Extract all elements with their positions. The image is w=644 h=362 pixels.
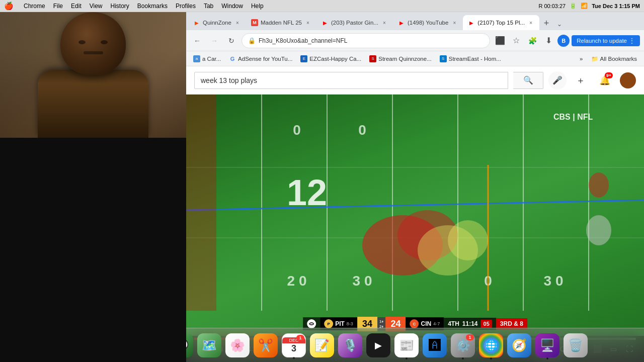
apple-menu[interactable]: 🍎 [4,2,14,11]
tab-quinnzone[interactable]: ▶ QuinnZone × [188,15,246,30]
screenshare-icon[interactable]: ⬛ [493,34,507,48]
tab-menu[interactable]: Tab [204,3,213,10]
bookmark-adsense[interactable]: G AdSense for YouTu... [226,54,295,63]
dock-appstore[interactable]: 🅰 [423,333,447,357]
bookmark-adsense-favicon: G [229,55,236,62]
profile-button[interactable]: B [557,35,570,47]
window-menu[interactable]: Window [221,3,243,10]
calendar-day: 3 [291,344,296,353]
forward-button[interactable]: → [207,34,221,48]
bookmarks-bar: a a Car... G AdSense for YouTu... E EZCa… [186,51,644,66]
tab-madden-close[interactable]: × [304,19,311,26]
tab-bar: ▶ QuinnZone × M Madden NFL 25 × ▶ (203) … [186,12,644,30]
pit-logo: P [324,319,333,328]
profiles-menu[interactable]: Profiles [176,3,196,10]
youtube-search-input[interactable] [194,72,508,89]
bookmark-streameast-label: StreamEast - Hom... [449,56,501,62]
news-dot [406,357,408,359]
dock-chrome[interactable]: 🌐 [479,333,503,357]
bookmarks-menu[interactable]: Bookmarks [137,3,168,10]
photos-icon: 🌸 [230,338,245,352]
tab-quinnzone-label: QuinnZone [203,20,231,26]
help-menu[interactable]: Help [251,3,264,10]
folder-icon: 📁 [591,55,598,62]
extension-icon[interactable]: 🧩 [525,34,539,48]
tab-youtube2[interactable]: ▶ (2107) Top 15 Pl... × [463,15,539,30]
settings-badge: 1 [466,334,474,340]
bookmark-ezcast-label: EZCast-Happy Ca... [309,56,361,62]
menu-datetime: Tue Dec 3 1:15 PM [592,3,640,9]
webcam-overlay [0,12,186,362]
dock-screenshare[interactable]: 🖥️ [535,333,559,357]
chrome-menu[interactable]: Chrome [24,3,45,10]
webcam-feed [0,12,186,138]
tab-youtube2-favicon: ▶ [468,19,475,26]
more-bookmarks-button[interactable]: » [577,55,586,63]
nav-actions: ⬛ ☆ 🧩 ⬇ B Relaunch to update ⋮ [493,34,640,48]
tab-pastor-favicon: ▶ [321,19,329,26]
screenshare-dock-icon: 🖥️ [540,338,555,352]
all-bookmarks-button[interactable]: 📁 All Bookmarks [588,54,640,63]
youtube-mic-button[interactable]: 🎤 [548,71,567,89]
screenshare-dot [546,357,548,359]
bookmark-stream[interactable]: S Stream Quinnzone... [366,54,434,63]
address-bar[interactable]: 🔒 Fh3u_K8oUxo&ab_channel=NFL [242,33,490,48]
create-icon: ＋ [576,74,585,86]
game-clock: 11:14 [462,320,478,327]
maps-icon: 🗺️ [202,338,217,352]
cbs-eye-icon [307,319,316,328]
dock-safari[interactable]: 🧭 [507,333,531,357]
file-menu[interactable]: File [53,3,63,10]
view-menu[interactable]: View [90,3,103,10]
tab-madden[interactable]: M Madden NFL 25 × [246,15,316,30]
webcam-lower [0,138,186,362]
tab-youtube1-close[interactable]: × [451,19,458,26]
dock-photos[interactable]: 🌸 [225,333,250,357]
reload-button[interactable]: ↻ [224,34,238,48]
tab-pastor[interactable]: ▶ (203) Pastor Gin... × [316,15,393,30]
dock-news[interactable]: 📰 [394,333,419,357]
relaunch-button[interactable]: Relaunch to update ⋮ [572,35,640,46]
history-menu[interactable]: History [111,3,129,10]
downloads-icon[interactable]: ⬇ [541,34,555,48]
dock-clips[interactable]: ✂️ [254,333,278,357]
youtube-notifications-button[interactable]: 🔔 9+ [596,71,614,89]
youtube-search-button[interactable]: 🔍 [513,72,543,89]
all-bookmarks-label: All Bookmarks [600,56,637,62]
back-button[interactable]: ← [190,34,204,48]
new-tab-button[interactable]: + [539,16,553,30]
bookmark-ezcast[interactable]: E EZCast-Happy Ca... [297,54,364,63]
bookmark-icon[interactable]: ☆ [509,34,523,48]
dock-appletv[interactable]: ▶ [366,333,390,357]
relaunch-label: Relaunch to update [577,38,627,44]
chrome-window: ▶ QuinnZone × M Madden NFL 25 × ▶ (203) … [186,12,644,362]
video-player: 2 0 3 0 0 0 0 3 0 [186,95,644,362]
calendar-badge: 1 [296,335,304,341]
bookmarks-overflow: » 📁 All Bookmarks [577,54,640,63]
bookmark-streameast[interactable]: S StreamEast - Hom... [437,54,504,63]
bookmark-carta[interactable]: a a Car... [190,54,224,63]
chrome-dock-icon: 🌐 [485,339,498,352]
menu-timer: R 00:03:27 [538,3,566,9]
dock-settings[interactable]: ⚙️ 1 [451,333,475,357]
tab-youtube1[interactable]: ▶ (1498) YouTube × [393,15,463,30]
bookmark-carta-label: a Car... [202,56,221,62]
bookmark-carta-favicon: a [193,55,200,62]
calendar-dot [293,357,295,359]
dock-notes[interactable]: 📝 [310,333,334,357]
dock-calendar[interactable]: DEC 3 1 [282,333,306,357]
edit-menu[interactable]: Edit [71,3,82,10]
tab-youtube2-close[interactable]: × [527,19,534,26]
tab-overflow-button[interactable]: ⌄ [553,18,566,30]
dock-podcasts[interactable]: 🎙️ [338,333,362,357]
youtube-create-button[interactable]: ＋ [572,71,590,89]
address-text: Fh3u_K8oUxo&ab_channel=NFL [259,37,484,44]
tab-youtube1-label: (1498) YouTube [408,20,448,26]
youtube-avatar[interactable] [620,72,636,88]
dock-trash[interactable]: 🗑️ [564,333,588,357]
dock-maps[interactable]: 🗺️ [197,333,221,357]
play-clock: 05 [481,320,492,328]
tab-pastor-close[interactable]: × [381,19,388,26]
tab-quinnzone-close[interactable]: × [234,19,241,26]
youtube-search-bar: 🔍 🎤 ＋ 🔔 9+ [186,66,644,95]
